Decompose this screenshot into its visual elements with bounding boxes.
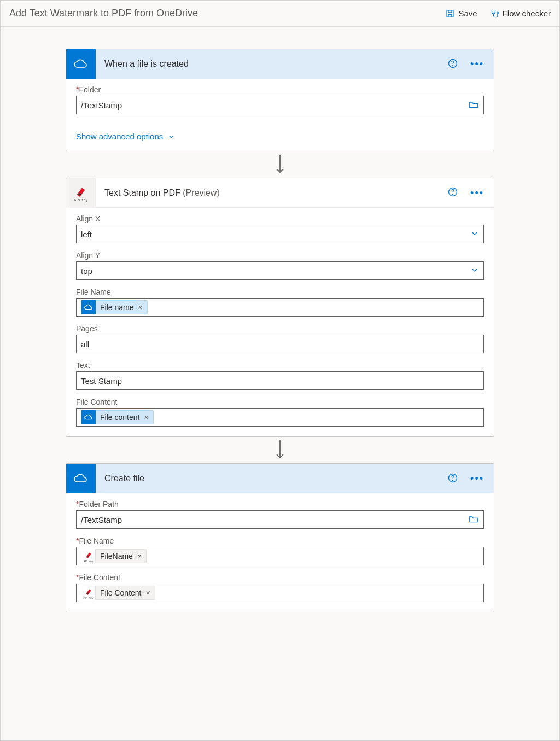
token-label: File Content xyxy=(100,588,141,597)
step-textstamp-title: Text Stamp on PDF (Preview) xyxy=(96,188,447,198)
folder-input[interactable]: /TextStamp xyxy=(76,96,484,114)
aligny-label: Align Y xyxy=(76,251,484,260)
filename-token[interactable]: File name × xyxy=(81,300,148,314)
filecontent-label: File Content xyxy=(76,398,484,406)
aligny-field: Align Y top xyxy=(76,251,484,280)
folder-label: *Folder xyxy=(76,85,484,94)
alignx-value: left xyxy=(81,230,470,239)
filecontent-field: *File Content API Key File Content × xyxy=(76,573,484,602)
alignx-label: Align X xyxy=(76,214,484,223)
page-title: Add Text Watermark to PDF from OneDrive xyxy=(9,8,445,19)
more-menu-icon[interactable]: ••• xyxy=(470,474,484,483)
folderpath-value: /TextStamp xyxy=(81,515,468,524)
text-input[interactable]: Test Stamp xyxy=(76,371,484,390)
chevron-down-icon xyxy=(470,266,479,276)
filecontent-label: *File Content xyxy=(76,573,484,582)
onedrive-icon xyxy=(66,49,96,79)
token-label: File name xyxy=(100,303,133,312)
chevron-down-icon xyxy=(470,229,479,240)
folderpath-label: *Folder Path xyxy=(76,500,484,509)
filecontent-token[interactable]: File content × xyxy=(81,410,154,424)
pages-field: Pages all xyxy=(76,324,484,353)
more-menu-icon[interactable]: ••• xyxy=(470,188,484,198)
alignx-field: Align X left xyxy=(76,214,484,243)
text-field: Text Test Stamp xyxy=(76,361,484,390)
text-value: Test Stamp xyxy=(81,376,479,386)
folderpath-input[interactable]: /TextStamp xyxy=(76,510,484,529)
filename-label: *File Name xyxy=(76,536,484,545)
folder-picker-icon[interactable] xyxy=(468,515,479,525)
filename-input[interactable]: API Key FileName × xyxy=(76,547,484,565)
filename-field: File Name File name × xyxy=(76,288,484,317)
filecontent-input[interactable]: API Key File Content × xyxy=(76,584,484,602)
filename-label: File Name xyxy=(76,288,484,296)
help-icon[interactable] xyxy=(447,186,458,199)
svg-point-1 xyxy=(497,12,498,14)
filename-field: *File Name API Key FileName × xyxy=(76,536,484,565)
flow-checker-label: Flow checker xyxy=(503,9,551,18)
help-icon[interactable] xyxy=(447,58,458,71)
topbar-actions: Save Flow checker xyxy=(445,9,551,19)
step-textstamp-body: Align X left Align Y top Fil xyxy=(66,208,494,436)
filename-token[interactable]: API Key FileName × xyxy=(81,549,147,563)
folderpath-field: *Folder Path /TextStamp xyxy=(76,500,484,529)
svg-point-3 xyxy=(453,65,453,66)
flow-checker-button[interactable]: Flow checker xyxy=(489,9,551,19)
help-icon[interactable] xyxy=(447,472,458,485)
more-menu-icon[interactable]: ••• xyxy=(470,59,484,69)
filecontent-field: File Content File content × xyxy=(76,398,484,427)
api-key-icon: API Key xyxy=(66,178,96,208)
aligny-select[interactable]: top xyxy=(76,261,484,280)
text-label: Text xyxy=(76,361,484,370)
remove-token-icon[interactable]: × xyxy=(144,413,148,422)
api-key-icon: API Key xyxy=(81,586,96,600)
step-trigger-header[interactable]: When a file is created ••• xyxy=(66,49,494,79)
folder-field: *Folder /TextStamp xyxy=(76,85,484,114)
remove-token-icon[interactable]: × xyxy=(145,588,150,597)
step-createfile-title: Create file xyxy=(96,474,447,483)
svg-rect-0 xyxy=(447,10,453,17)
connector-arrow xyxy=(273,437,287,463)
save-button[interactable]: Save xyxy=(445,9,477,19)
step-trigger-card: When a file is created ••• *Folder /Text… xyxy=(66,49,494,151)
save-label: Save xyxy=(458,9,477,18)
svg-point-5 xyxy=(453,194,453,195)
onedrive-icon xyxy=(66,464,96,493)
topbar: Add Text Watermark to PDF from OneDrive … xyxy=(1,1,559,27)
flow-canvas: When a file is created ••• *Folder /Text… xyxy=(1,27,559,629)
chevron-down-icon xyxy=(167,133,175,141)
svg-point-7 xyxy=(453,480,453,480)
token-label: FileName xyxy=(100,552,133,561)
step-createfile-card: Create file ••• *Folder Path /TextStamp xyxy=(66,463,494,612)
pages-input[interactable]: all xyxy=(76,335,484,353)
save-icon xyxy=(445,9,455,19)
step-textstamp-card: API Key Text Stamp on PDF (Preview) ••• … xyxy=(66,178,494,437)
step-createfile-header[interactable]: Create file ••• xyxy=(66,464,494,493)
filecontent-input[interactable]: File content × xyxy=(76,408,484,427)
api-key-icon: API Key xyxy=(81,549,96,563)
step-createfile-body: *Folder Path /TextStamp *File Name API K… xyxy=(66,493,494,612)
folder-picker-icon[interactable] xyxy=(468,100,479,110)
connector-arrow xyxy=(273,151,287,178)
onedrive-icon xyxy=(81,410,96,424)
filecontent-token[interactable]: API Key File Content × xyxy=(81,586,155,600)
step-textstamp-header[interactable]: API Key Text Stamp on PDF (Preview) ••• xyxy=(66,178,494,208)
pages-label: Pages xyxy=(76,324,484,333)
stethoscope-icon xyxy=(489,9,499,19)
token-label: File content xyxy=(100,413,139,422)
step-trigger-title: When a file is created xyxy=(96,59,447,69)
alignx-select[interactable]: left xyxy=(76,225,484,243)
step-trigger-body: *Folder /TextStamp Show advanced options xyxy=(66,79,494,151)
remove-token-icon[interactable]: × xyxy=(138,303,142,312)
pages-value: all xyxy=(81,340,479,349)
show-advanced-link[interactable]: Show advanced options xyxy=(76,132,175,141)
show-advanced-label: Show advanced options xyxy=(76,132,163,141)
aligny-value: top xyxy=(81,266,470,276)
remove-token-icon[interactable]: × xyxy=(137,552,142,561)
filename-input[interactable]: File name × xyxy=(76,298,484,317)
folder-value: /TextStamp xyxy=(81,101,468,110)
onedrive-icon xyxy=(81,300,96,314)
